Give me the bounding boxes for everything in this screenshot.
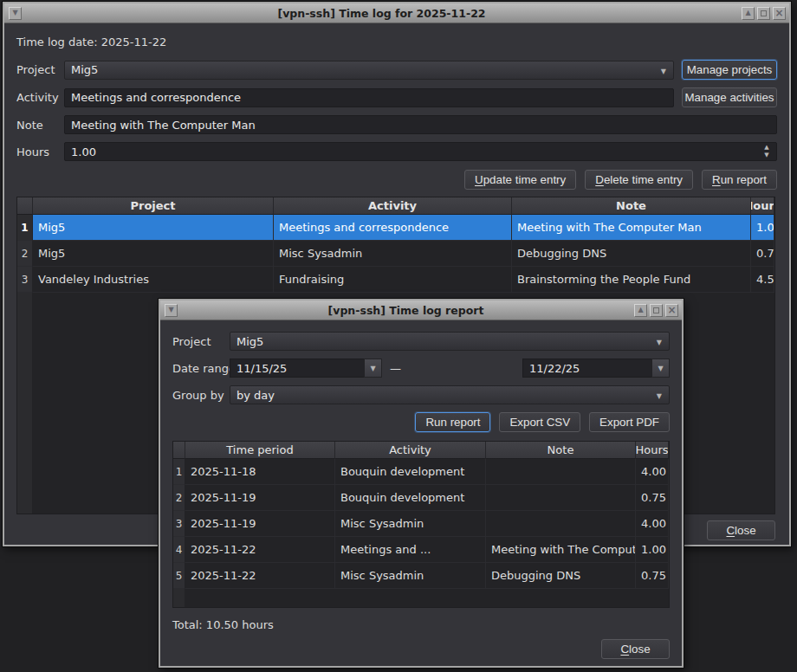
cell-note[interactable] (486, 485, 636, 511)
report-form: Project Mig5 ▼ Date range 11/15/25 ▼ — 1… (172, 332, 670, 404)
hours-value: 1.00 (71, 145, 96, 158)
close-window-button[interactable]: × (773, 7, 786, 20)
note-input[interactable]: Meeting with The Computer Man (64, 115, 777, 134)
date-range-separator: — (390, 362, 401, 375)
note-label: Note (16, 119, 56, 132)
table-row[interactable]: 1 2025-11-18 Bouquin development 4.00 (173, 459, 669, 485)
window-menu-button[interactable]: ▼ (165, 304, 178, 317)
cell-activity[interactable]: Misc Sysadmin (335, 511, 486, 537)
date-from-picker[interactable]: 11/15/25 ▼ (230, 359, 382, 378)
maximize-button[interactable] (650, 304, 663, 317)
cell-project[interactable]: Mig5 (33, 215, 274, 241)
export-pdf-button[interactable]: Export PDF (589, 412, 670, 432)
manage-activities-button[interactable]: Manage activities (682, 87, 777, 107)
cell-activity[interactable]: Meetings and correspondence (274, 215, 512, 241)
total-hours-label: Total: 10.50 hours (172, 618, 670, 631)
cell-note[interactable]: Debugging DNS (486, 563, 636, 589)
cell-time-period[interactable]: 2025-11-19 (185, 485, 335, 511)
spinner-buttons[interactable]: ▲ ▼ (761, 145, 773, 160)
window-menu-button[interactable]: ▼ (9, 7, 22, 20)
shade-icon: ▲ (638, 307, 643, 313)
cell-hours[interactable]: 4.00 (636, 511, 669, 537)
cell-note[interactable] (486, 459, 636, 485)
date-to-value[interactable]: 11/22/25 (522, 359, 651, 378)
report-project-combobox[interactable]: Mig5 ▼ (230, 332, 670, 351)
maximize-button[interactable] (757, 7, 770, 20)
cell-hours[interactable]: 1.00 (636, 537, 669, 563)
cell-time-period[interactable]: 2025-11-22 (185, 563, 335, 589)
close-icon: × (774, 8, 783, 18)
dialog-run-report-button[interactable]: Run report (415, 412, 490, 432)
cell-time-period[interactable]: 2025-11-18 (185, 459, 335, 485)
delete-time-entry-button[interactable]: Delete time entry (585, 170, 693, 190)
cell-hours[interactable]: 4.50 (751, 267, 774, 293)
cell-activity[interactable]: Fundraising (274, 267, 512, 293)
cell-note[interactable]: Brainstorming the People Fund (512, 267, 751, 293)
cell-activity[interactable]: Misc Sysadmin (335, 563, 486, 589)
header-note[interactable]: Note (512, 197, 751, 215)
cell-note[interactable] (486, 511, 636, 537)
shade-button[interactable]: ▲ (634, 304, 647, 317)
header-hours[interactable]: Hours (751, 197, 774, 215)
header-note[interactable]: Note (486, 442, 636, 459)
cell-activity[interactable]: Bouquin development (335, 485, 486, 511)
dialog-close-button[interactable]: Close (601, 639, 670, 659)
row-number: 1 (173, 459, 185, 485)
row-number: 5 (173, 563, 185, 589)
table-row[interactable]: 3 Vandeley Industries Fundraising Brains… (17, 267, 774, 293)
project-combobox-value: Mig5 (71, 63, 98, 76)
group-by-combobox[interactable]: by day ▼ (230, 385, 670, 404)
chevron-down-icon: ▼ (657, 392, 662, 400)
cell-hours[interactable]: 1.00 (751, 215, 774, 241)
header-activity[interactable]: Activity (335, 442, 486, 459)
calendar-dropdown-button[interactable]: ▼ (364, 359, 382, 378)
cell-note[interactable]: Meeting with The Computer... (486, 537, 636, 563)
project-combobox[interactable]: Mig5 ▼ (64, 61, 674, 80)
date-from-value[interactable]: 11/15/25 (230, 359, 364, 378)
cell-hours[interactable]: 0.75 (636, 485, 669, 511)
table-row[interactable]: 2 Mig5 Misc Sysadmin Debugging DNS 0.75 (17, 241, 774, 267)
cell-note[interactable]: Meeting with The Computer Man (512, 215, 751, 241)
header-project[interactable]: Project (33, 197, 274, 215)
body-strip (185, 589, 669, 607)
entry-action-buttons: Update time entry Delete time entry Run … (16, 170, 777, 190)
calendar-dropdown-button[interactable]: ▼ (651, 359, 670, 378)
activity-input[interactable]: Meetings and correspondence (64, 88, 674, 107)
main-close-button[interactable]: Close (707, 520, 775, 540)
table-body: 1 Mig5 Meetings and correspondence Meeti… (17, 215, 774, 293)
cell-project[interactable]: Mig5 (33, 241, 274, 267)
date-to-picker[interactable]: 11/22/25 ▼ (522, 359, 670, 378)
close-window-button[interactable]: × (665, 304, 678, 317)
cell-activity[interactable]: Bouquin development (335, 459, 486, 485)
cell-activity[interactable]: Meetings and ... (335, 537, 486, 563)
table-row[interactable]: 1 Mig5 Meetings and correspondence Meeti… (17, 215, 774, 241)
table-row[interactable]: 2 2025-11-19 Bouquin development 0.75 (173, 485, 669, 511)
cell-note[interactable]: Debugging DNS (512, 241, 751, 267)
header-time-period[interactable]: Time period (185, 442, 335, 459)
row-number: 4 (173, 537, 185, 563)
manage-projects-button[interactable]: Manage projects (682, 60, 777, 80)
dialog-titlebar[interactable]: ▼ [vpn-ssh] Time log report ▲ × (160, 300, 682, 320)
project-label: Project (16, 63, 56, 76)
hours-spinbox[interactable]: 1.00 ▲ ▼ (64, 142, 777, 161)
cell-hours[interactable]: 0.75 (636, 563, 669, 589)
table-row[interactable]: 4 2025-11-22 Meetings and ... Meeting wi… (173, 537, 669, 563)
update-time-entry-button[interactable]: Update time entry (464, 170, 576, 190)
run-report-button[interactable]: Run report (702, 170, 777, 190)
report-project-value: Mig5 (237, 335, 263, 348)
cell-activity[interactable]: Misc Sysadmin (274, 241, 512, 267)
table-row[interactable]: 5 2025-11-22 Misc Sysadmin Debugging DNS… (173, 563, 669, 589)
cell-time-period[interactable]: 2025-11-22 (185, 537, 335, 563)
date-range-label: Date range (172, 362, 223, 375)
cell-hours[interactable]: 0.75 (751, 241, 774, 267)
shade-button[interactable]: ▲ (742, 7, 755, 20)
table-row[interactable]: 3 2025-11-19 Misc Sysadmin 4.00 (173, 511, 669, 537)
cell-time-period[interactable]: 2025-11-19 (185, 511, 335, 537)
cell-project[interactable]: Vandeley Industries (33, 267, 274, 293)
chevron-down-icon: ▼ (657, 339, 662, 346)
cell-hours[interactable]: 4.00 (636, 459, 669, 485)
main-titlebar[interactable]: ▼ [vpn-ssh] Time log for 2025-11-22 ▲ × (4, 3, 789, 23)
header-activity[interactable]: Activity (274, 197, 512, 215)
header-hours[interactable]: Hours (636, 442, 669, 459)
export-csv-button[interactable]: Export CSV (499, 412, 580, 432)
